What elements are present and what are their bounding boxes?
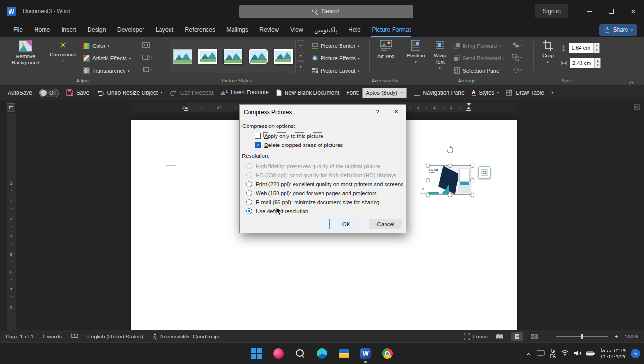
spin-up-icon[interactable]: ▲ [595,58,600,63]
picture-style-option-2[interactable] [196,41,220,72]
resize-handle-top-left[interactable] [426,164,430,168]
delete-cropped-checkbox[interactable]: ✓ [255,142,261,148]
draw-table-button[interactable]: Draw Table [506,89,544,96]
tab-file[interactable]: File [8,23,28,37]
tab-help[interactable]: Help [343,23,367,37]
radio-email[interactable] [246,199,252,205]
radio-print[interactable] [246,181,252,187]
edge-browser-button[interactable] [313,344,331,363]
web-layout-button[interactable] [529,332,540,341]
undo-button[interactable]: Undo Resize Object ▾ [96,90,162,96]
radio-web-label[interactable]: Web (150 ppi): good for web pages and pr… [256,191,377,197]
language-switcher[interactable]: فا FA [550,348,555,359]
spin-down-icon[interactable]: ▼ [595,63,600,68]
zoom-level[interactable]: 100% [625,334,638,339]
position-button[interactable]: Position ▾ [404,40,427,64]
save-button[interactable]: Save [66,89,89,96]
group-objects-button[interactable]: ▾ [512,54,522,61]
clock[interactable]: ۱۲:۰۹ ب.ظ ۱۴۰۴/۰۷/۲۷ [600,347,626,360]
alt-text-button[interactable]: Alt Text [373,40,399,60]
resize-handle-left[interactable] [426,178,430,182]
tab-picture-format[interactable]: Picture Format [366,23,416,37]
picture-border-button[interactable]: Picture Border ▾ [312,41,359,51]
tab-home[interactable]: Home [28,23,55,37]
dialog-close-button[interactable]: ✕ [389,108,403,115]
color-button[interactable]: Color ▾ [83,41,109,51]
file-explorer-button[interactable] [334,344,353,363]
corrections-button[interactable]: ☀ Corrections ▾ [47,40,79,63]
ok-button[interactable]: OK [329,219,363,229]
radio-web[interactable] [246,190,252,196]
resize-handle-right[interactable] [470,178,474,182]
rotate-handle[interactable] [446,146,454,154]
indent-box-marker[interactable] [466,110,471,111]
search-box[interactable]: Search [239,5,413,18]
width-spinner[interactable]: ▲▼ [594,58,600,68]
resize-handle-bottom-left[interactable] [426,193,430,197]
gallery-more-button[interactable]: ▾ [297,61,304,71]
zoom-out-button[interactable]: − [546,333,550,340]
align-objects-button[interactable]: ▾ [512,42,522,48]
resize-handle-top[interactable] [448,164,452,168]
picture-style-option-1[interactable] [170,41,195,72]
resize-handle-top-right[interactable] [470,164,474,168]
touchpad-tray-icon[interactable] [537,349,545,358]
zoom-slider[interactable] [556,336,608,337]
close-button[interactable]: ✕ [622,0,644,23]
tab-insert[interactable]: Insert [56,23,82,37]
battery-tray-button[interactable] [586,349,595,358]
volume-tray-button[interactable] [574,349,581,358]
notification-badge[interactable]: 5 [631,349,640,358]
language-indicator[interactable]: English (United States) [87,334,143,339]
tab-view[interactable]: View [285,23,309,37]
read-mode-button[interactable] [494,332,505,341]
remove-background-button[interactable]: Remove Background [8,40,44,66]
radio-email-label[interactable]: E-mail (96 ppi): minimize document size … [256,200,379,206]
apply-only-checkbox[interactable] [255,133,261,139]
dialog-help-button[interactable]: ? [372,109,383,116]
hanging-indent-marker[interactable] [466,107,471,109]
sign-in-button[interactable]: Sign in [535,4,568,18]
font-combobox[interactable]: Aptos (Body) ▾ [362,88,407,98]
word-count[interactable]: 0 words [43,334,62,339]
spin-down-icon[interactable]: ▼ [594,48,599,53]
width-spinbox[interactable]: 2.43 cm ▲▼ [570,58,601,68]
width-value[interactable]: 2.43 cm [570,58,594,68]
minimize-button[interactable] [579,0,600,23]
taskbar-search-button[interactable] [291,344,310,363]
spin-up-icon[interactable]: ▲ [594,43,599,48]
wrap-text-button[interactable]: Wrap Text ▾ [428,40,452,70]
gallery-scroll-down[interactable]: ▾ [297,51,304,61]
apply-only-label[interactable]: Apply only to this picture [264,133,323,139]
change-picture-button[interactable]: ▾ [142,54,153,61]
tab-design[interactable]: Design [82,23,112,37]
tab-layout[interactable]: Layout [150,23,179,37]
share-button[interactable]: Share ▾ [599,24,637,36]
zoom-in-button[interactable]: + [615,333,618,340]
selected-picture[interactable]: HEAD LINE [428,165,472,195]
wifi-tray-button[interactable] [561,349,569,358]
ruler-toggle-icon[interactable] [634,104,640,110]
insert-footnote-button[interactable]: ab1 Insert Footnote [220,89,268,96]
crop-button[interactable]: Crop ▾ [537,40,559,64]
layout-options-button[interactable] [478,166,491,179]
picture-style-option-4[interactable] [246,41,270,72]
left-indent-box[interactable] [184,110,188,111]
page-indicator[interactable]: Page 1 of 1 [6,334,34,339]
picture-layout-button[interactable]: Picture Layout ▾ [312,65,359,76]
vertical-ruler[interactable] [7,113,16,330]
reset-picture-button[interactable]: ▾ [142,66,153,73]
picture-style-option-5[interactable] [271,41,295,72]
radio-default-resolution[interactable] [246,208,252,214]
qat-overflow-button[interactable]: ▾ [551,91,553,95]
navigation-pane-checkbox[interactable] [414,90,420,96]
radio-print-label[interactable]: Print (220 ppi): excellent quality on mo… [256,182,403,188]
rotate-objects-button[interactable]: ▾ [512,66,522,73]
height-spinbox[interactable]: 1.64 cm ▲▼ [569,43,600,53]
resize-handle-bottom[interactable] [448,193,452,197]
focus-button[interactable]: Focus [464,333,487,340]
picture-effects-button[interactable]: Picture Effects ▾ [312,53,359,64]
cancel-button[interactable]: Cancel [369,219,402,229]
left-indent-marker[interactable] [184,107,188,109]
pink-swirl-app-icon[interactable] [269,344,288,363]
